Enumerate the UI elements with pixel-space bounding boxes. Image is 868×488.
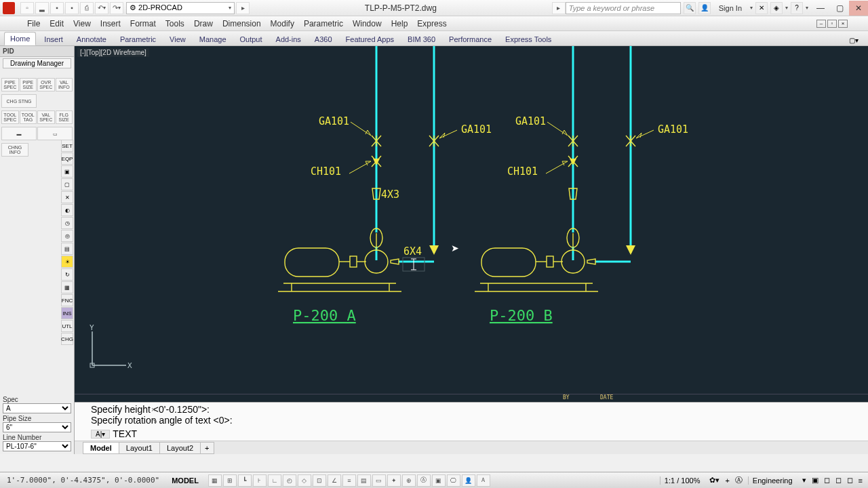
menu-tools[interactable]: Tools xyxy=(165,19,184,28)
tab-featured[interactable]: Featured Apps xyxy=(340,33,400,45)
pal-val-info[interactable]: VAL INFO xyxy=(56,78,73,92)
workspace-select[interactable]: ⚙ 2D-PROCAD ▾ xyxy=(126,2,235,14)
status-aa-icon[interactable]: Ａ xyxy=(477,474,490,487)
status-ann-icon[interactable]: Ⓐ xyxy=(417,474,431,487)
status-anno-drop-icon[interactable]: ▾ xyxy=(802,476,806,485)
tab-add[interactable]: + xyxy=(200,442,214,454)
tab-home[interactable]: Home xyxy=(4,32,36,45)
help-dropdown-icon[interactable]: ▾ xyxy=(806,5,808,11)
signin-dropdown-icon[interactable]: ▾ xyxy=(750,5,753,11)
pal-r-chg[interactable]: CHG xyxy=(61,333,73,345)
pal-r-cmp[interactable]: ◎ xyxy=(61,230,73,242)
menu-insert[interactable]: Insert xyxy=(100,19,121,28)
pal-r-fnc[interactable]: FNC xyxy=(61,294,73,306)
pal-r-sun[interactable]: ☀ xyxy=(61,256,73,268)
tab-express-tools[interactable]: Express Tools xyxy=(500,33,557,45)
doc-close-icon[interactable]: × xyxy=(838,20,848,28)
search-input[interactable]: Type a keyword or phrase xyxy=(566,2,681,14)
status-gear1-icon[interactable]: ✿▾ xyxy=(709,476,719,485)
menu-help[interactable]: Help xyxy=(391,19,408,28)
exchange-icon[interactable]: ✕ xyxy=(755,2,768,14)
status-polar-icon[interactable]: ◴ xyxy=(283,474,296,487)
tab-bim360[interactable]: BIM 360 xyxy=(402,33,441,45)
tab-model[interactable]: Model xyxy=(83,442,119,454)
menu-view[interactable]: View xyxy=(73,19,91,28)
pal-r-str[interactable]: ▤ xyxy=(61,243,73,255)
pal-pipe-size[interactable]: PIPE SIZE xyxy=(20,78,37,92)
pal-draw1[interactable]: ▬ xyxy=(1,127,37,140)
menu-draw[interactable]: Draw xyxy=(194,19,213,28)
minimize-button[interactable]: — xyxy=(811,1,830,16)
menu-window[interactable]: Window xyxy=(353,19,382,28)
status-otrack-icon[interactable]: ∠ xyxy=(328,474,341,487)
drawing-manager-button[interactable]: Drawing Manager xyxy=(3,58,71,68)
status-ppl-icon[interactable]: 👤 xyxy=(462,474,475,487)
status-x2-icon[interactable]: ◻ xyxy=(835,476,842,485)
status-giz-icon[interactable]: ✦ xyxy=(387,474,401,487)
pal-r-eqp[interactable]: EQP xyxy=(61,152,73,165)
line-select[interactable]: PL-107-6" xyxy=(3,441,71,451)
status-infer-icon[interactable]: ┗ xyxy=(238,474,252,487)
signin-link[interactable]: Sign In xyxy=(713,4,747,12)
status-dyn-icon[interactable]: ⊦ xyxy=(253,474,267,487)
status-tab-icon[interactable]: ▣ xyxy=(432,474,446,487)
status-grid-icon[interactable]: ▦ xyxy=(208,474,222,487)
status-a1-icon[interactable]: Ⓐ xyxy=(735,475,743,485)
menu-file[interactable]: File xyxy=(27,19,40,28)
status-trn-icon[interactable]: ▤ xyxy=(357,474,371,487)
tab-addins[interactable]: Add-ins xyxy=(271,33,307,45)
tab-annotate[interactable]: Annotate xyxy=(71,33,112,45)
menu-modify[interactable]: Modify xyxy=(271,19,294,28)
menu-express[interactable]: Express xyxy=(417,19,446,28)
ws-more-icon[interactable]: ▸ xyxy=(236,2,250,14)
tab-layout1[interactable]: Layout1 xyxy=(119,442,160,454)
command-input[interactable]: TEXT xyxy=(113,428,137,439)
pal-r-set[interactable]: SET xyxy=(61,140,73,152)
qat-undo-icon[interactable]: ↶▾ xyxy=(95,2,108,14)
pal-r-rot[interactable]: ↻ xyxy=(61,268,73,281)
status-x3-icon[interactable]: ◻ xyxy=(847,476,853,485)
size-select[interactable]: 6" xyxy=(3,422,71,432)
status-mon-icon[interactable]: 🖵 xyxy=(447,474,460,487)
maximize-button[interactable]: ▢ xyxy=(830,1,849,16)
pal-r-utl[interactable]: UTL xyxy=(61,320,73,332)
qat-print-icon[interactable]: ⎙ xyxy=(80,2,94,14)
ribbon-collapse-icon[interactable]: ▢▾ xyxy=(844,35,864,45)
qat-open-icon[interactable]: ▂ xyxy=(35,2,49,14)
status-x1-icon[interactable]: ◻ xyxy=(824,476,830,485)
status-space[interactable]: MODEL xyxy=(166,476,204,485)
menu-format[interactable]: Format xyxy=(130,19,156,28)
pal-val-spec[interactable]: VAL SPEC xyxy=(37,110,55,124)
menu-edit[interactable]: Edit xyxy=(50,19,64,28)
tab-performance[interactable]: Performance xyxy=(443,33,497,45)
status-anno[interactable]: Engineering xyxy=(748,476,797,485)
status-iso-icon[interactable]: ◇ xyxy=(298,474,311,487)
pal-r-xch[interactable]: ✕ xyxy=(61,191,73,203)
pal-pipe-spec[interactable]: PIPE SPEC xyxy=(1,78,19,92)
qat-saveas-icon[interactable]: ▪ xyxy=(65,2,79,14)
pal-tool-tag[interactable]: TOOL TAG xyxy=(20,110,37,124)
cmd-handle-icon[interactable]: ↘ xyxy=(151,416,162,425)
pal-r-ins[interactable]: INS xyxy=(61,307,73,319)
doc-restore-icon[interactable]: ▫ xyxy=(827,20,837,28)
pal-r-box[interactable]: ▦ xyxy=(61,281,73,293)
status-osnap-icon[interactable]: ⊡ xyxy=(313,474,326,487)
status-plus-icon[interactable]: + xyxy=(725,476,729,485)
cmd-prefix-icon[interactable]: A|▾ xyxy=(91,430,110,439)
qat-redo-icon[interactable]: ↷▾ xyxy=(110,2,123,14)
spec-select[interactable]: A xyxy=(3,403,71,413)
pal-chg-stng[interactable]: CHG STNG xyxy=(1,94,37,108)
qat-new-icon[interactable]: ▫ xyxy=(20,2,34,14)
a360-dropdown-icon[interactable]: ▾ xyxy=(785,5,788,11)
help-icon[interactable]: ? xyxy=(791,2,803,14)
status-qs-icon[interactable]: ⊕ xyxy=(402,474,416,487)
qat-save-icon[interactable]: ▪ xyxy=(50,2,64,14)
drawing-canvas[interactable]: [-][Top][2D Wireframe] GA101 CH xyxy=(75,46,868,394)
tab-output[interactable]: Output xyxy=(235,33,268,45)
pal-r-vsl[interactable]: ▢ xyxy=(61,178,73,190)
status-snap-icon[interactable]: ⊞ xyxy=(223,474,237,487)
pal-chng-info[interactable]: CHNG INFO xyxy=(1,143,28,157)
doc-minimize-icon[interactable]: – xyxy=(816,20,826,28)
search-btn-icon[interactable]: 🔍 xyxy=(684,2,696,14)
pal-ovr-spec[interactable]: OVR SPEC xyxy=(37,78,55,92)
